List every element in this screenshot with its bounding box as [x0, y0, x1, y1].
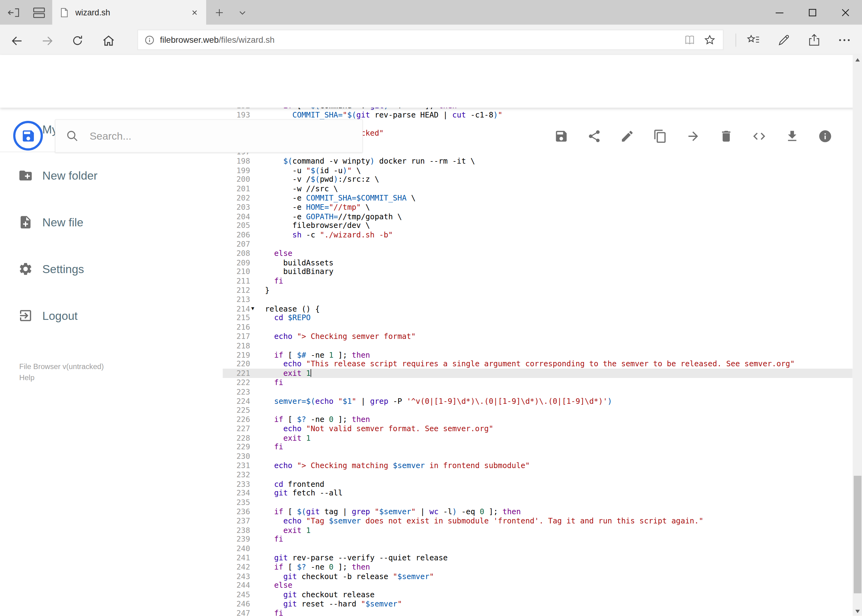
sidebar-item-settings[interactable]: Settings [0, 245, 222, 292]
code-line[interactable]: fi [265, 378, 853, 387]
code-line[interactable]: fi [265, 609, 853, 616]
code-line[interactable]: -w //src \ [265, 184, 853, 193]
code-line[interactable]: git fetch --all [265, 489, 853, 498]
code-line[interactable]: fi [265, 443, 853, 452]
code-line[interactable]: echo "This release script requires a sin… [265, 360, 853, 369]
code-line[interactable] [265, 387, 853, 396]
more-options-icon[interactable] [829, 30, 859, 50]
gutter-line: 226 [222, 415, 265, 424]
copy-button[interactable] [644, 119, 677, 153]
site-info-icon[interactable] [145, 35, 154, 45]
code-line[interactable]: COMMIT_SHA="$(git rev-parse HEAD | cut -… [265, 110, 853, 119]
code-line[interactable]: echo "> Checking matching $semver in fro… [265, 461, 853, 470]
scrollbar-down-icon[interactable] [853, 607, 862, 616]
code-line[interactable]: $(command -v winpty) docker run --rm -it… [265, 157, 853, 166]
browser-tab[interactable]: wizard.sh [52, 0, 206, 25]
code-line[interactable]: } [265, 286, 853, 295]
close-button[interactable] [829, 0, 862, 25]
new-tab-button[interactable] [211, 4, 228, 21]
code-line[interactable]: git rev-parse --verify --quiet release [265, 553, 853, 563]
code-line[interactable]: exit 1 [265, 369, 853, 378]
tab-list-chevron-icon[interactable] [234, 4, 251, 21]
filebrowser-logo[interactable] [13, 121, 43, 150]
source-code-button[interactable] [742, 119, 775, 153]
code-line[interactable]: fi [265, 277, 853, 286]
favorite-star-icon[interactable] [703, 33, 717, 46]
code-line[interactable]: if [ $# -ne 1 ]; then [265, 350, 853, 360]
address-bar[interactable]: filebrowser.web/files/wizard.sh [137, 30, 723, 50]
code-line[interactable] [265, 341, 853, 350]
code-line[interactable]: release () { [265, 304, 853, 313]
code-line[interactable]: git reset --hard "$semver" [265, 599, 853, 609]
save-button[interactable] [545, 119, 578, 153]
sidebar-item-new-folder[interactable]: New folder [0, 152, 222, 199]
code-line[interactable] [265, 405, 853, 415]
rename-button[interactable] [611, 119, 644, 153]
delete-button[interactable] [710, 119, 742, 153]
code-line[interactable]: buildAssets [265, 258, 853, 267]
code-line[interactable]: -e COMMIT_SHA=$COMMIT_SHA \ [265, 193, 853, 203]
download-button[interactable] [776, 119, 809, 153]
scrollbar-up-icon[interactable] [853, 55, 862, 64]
code-line[interactable]: else [265, 249, 853, 258]
share-button[interactable] [578, 119, 611, 153]
code-line[interactable]: echo "Not valid semver format. See semve… [265, 424, 853, 433]
minimize-button[interactable] [763, 0, 796, 25]
code-line[interactable]: cd $REPO [265, 313, 853, 323]
code-line[interactable]: exit 1 [265, 433, 853, 443]
tab-close-icon[interactable] [189, 7, 199, 17]
code-line[interactable]: if [ $? -ne 0 ]; then [265, 415, 853, 424]
code-line[interactable]: git checkout release [265, 590, 853, 599]
back-button[interactable] [8, 32, 25, 49]
note-add-icon [18, 215, 33, 229]
code-line[interactable]: sh -c "./wizard.sh -b" [265, 230, 853, 240]
code-line[interactable]: exit 1 [265, 526, 853, 535]
code-line[interactable] [265, 452, 853, 461]
code-line[interactable]: -e HOME="//tmp" \ [265, 203, 853, 212]
scrollbar-thumb[interactable] [853, 476, 861, 594]
search-input[interactable] [89, 129, 352, 143]
sidebar-item-logout[interactable]: Logout [0, 292, 222, 339]
code-line[interactable] [265, 544, 853, 553]
code-line[interactable]: -u "$(id -u)" \ [265, 166, 853, 175]
reading-view-icon[interactable] [683, 34, 697, 46]
share-page-icon[interactable] [799, 30, 829, 50]
code-line[interactable]: if [ $? -ne 0 ]; then [265, 563, 853, 572]
code-line[interactable] [265, 498, 853, 507]
code-line[interactable]: echo "Tag $semver does not exist in subm… [265, 516, 853, 526]
code-line[interactable] [265, 470, 853, 479]
code-line[interactable] [265, 240, 853, 249]
page-scrollbar[interactable] [853, 55, 862, 616]
code-editor[interactable]: 1921931941951961971981992002012022032042… [222, 108, 853, 616]
code-line[interactable]: buildBinary [265, 267, 853, 277]
code-line[interactable]: cd frontend [265, 479, 853, 489]
code-line[interactable]: if [ $(git tag | grep "$semver" | wc -l)… [265, 507, 853, 516]
info-button[interactable] [809, 119, 842, 153]
maximize-button[interactable] [796, 0, 829, 25]
search-box[interactable] [55, 119, 363, 153]
fold-marker-icon[interactable]: ▾ [250, 304, 265, 313]
home-button[interactable] [100, 32, 117, 49]
code-line[interactable]: echo "> Checking semver format" [265, 332, 853, 341]
refresh-button[interactable] [69, 32, 86, 49]
code-line[interactable]: filebrowser/dev \ [265, 221, 853, 230]
code-line[interactable]: git checkout -b release "$semver" [265, 572, 853, 581]
code-line[interactable]: else [265, 581, 853, 590]
web-note-pen-icon[interactable] [769, 30, 799, 50]
code-line[interactable]: -v /$(pwd):/src:z \ [265, 175, 853, 184]
move-button[interactable] [677, 119, 710, 153]
help-link[interactable]: Help [19, 372, 104, 383]
code-line[interactable]: if [ "$(command -v git)" != "" ]; then [265, 108, 853, 110]
code-line[interactable] [265, 295, 853, 304]
forward-button[interactable] [39, 32, 56, 49]
sidebar-item-new-file[interactable]: New file [0, 199, 222, 246]
set-tabs-aside-icon[interactable] [6, 4, 22, 21]
hub-favorites-icon[interactable] [738, 30, 769, 50]
file-toolbar [545, 119, 842, 153]
code-line[interactable]: semver=$(echo "$1" | grep -P '^v(0|[1-9]… [265, 396, 853, 405]
gutter-line: 238 [222, 526, 265, 535]
tabs-preview-icon[interactable] [31, 4, 47, 21]
code-line[interactable] [265, 323, 853, 332]
code-line[interactable]: -e GOPATH=//tmp/gopath \ [265, 212, 853, 221]
code-line[interactable]: fi [265, 535, 853, 544]
